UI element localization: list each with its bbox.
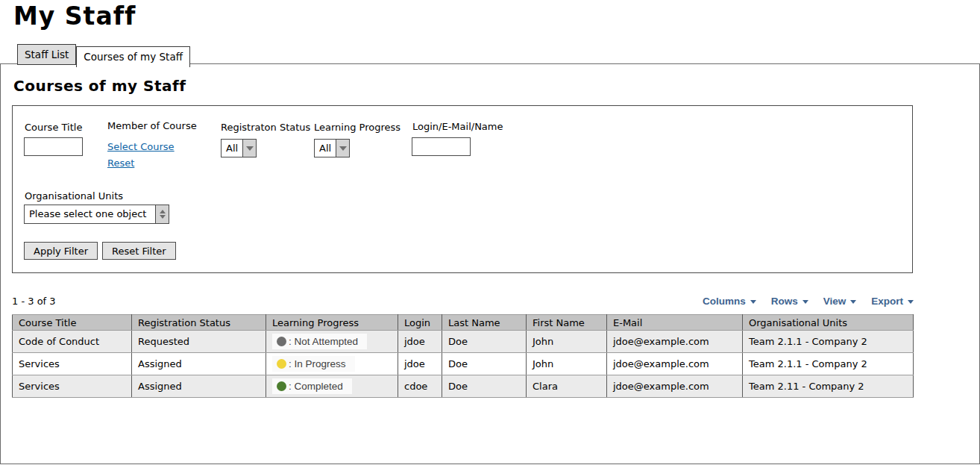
- status-dot-icon: [277, 381, 286, 391]
- dropdown-arrow-icon: [336, 140, 349, 157]
- learning-progress-label: Learning Progress: [314, 122, 401, 133]
- chevron-down-icon: [802, 300, 808, 304]
- cell-last-name: Doe: [442, 331, 527, 353]
- cell-email: jdoe@example.com: [607, 331, 743, 353]
- status-badge: : Completed: [272, 378, 352, 394]
- header-organisational-units: Organisational Units: [743, 315, 914, 331]
- status-badge: : Not Attempted: [272, 334, 367, 349]
- tab-bar: Staff List Courses of my Staff: [17, 44, 190, 65]
- rows-menu[interactable]: Rows: [771, 296, 808, 307]
- section-heading: Courses of my Staff: [13, 77, 186, 95]
- organisational-units-value: Please select one object: [25, 205, 155, 223]
- columns-menu[interactable]: Columns: [703, 296, 756, 307]
- header-course-title: Course Title: [13, 315, 132, 331]
- results-bar: 1 - 3 of 3 Columns Rows View Export: [12, 296, 914, 307]
- organisational-units-select[interactable]: Please select one object: [24, 205, 169, 224]
- cell-registration-status: Requested: [132, 331, 266, 353]
- cell-learning-progress: : Not Attempted: [266, 331, 398, 353]
- tab-courses-of-my-staff[interactable]: Courses of my Staff: [76, 46, 190, 67]
- header-last-name: Last Name: [442, 315, 527, 331]
- login-email-name-input[interactable]: [412, 137, 471, 156]
- cell-registration-status: Assigned: [132, 375, 266, 398]
- cell-email: jdoe@example.com: [607, 375, 743, 398]
- registration-status-value: All: [222, 140, 242, 157]
- dropdown-arrow-icon: [242, 140, 256, 157]
- courses-table: Course Title Registration Status Learnin…: [12, 314, 914, 398]
- cell-course-title: Services: [13, 375, 132, 398]
- header-email: E-Mail: [607, 315, 743, 331]
- cell-org-units: Team 2.1.1 - Company 2: [743, 353, 914, 375]
- page-title: My Staff: [13, 1, 136, 31]
- header-registration-status: Registration Status: [132, 315, 266, 331]
- table-header-row: Course Title Registration Status Learnin…: [13, 315, 914, 331]
- spinner-arrows-icon: [155, 205, 169, 223]
- cell-org-units: Team 2.1.1 - Company 2: [743, 331, 914, 353]
- cell-course-title: Code of Conduct: [13, 331, 132, 353]
- header-first-name: First Name: [527, 315, 607, 331]
- table-toolbar: Columns Rows View Export: [703, 296, 914, 307]
- login-email-name-label: Login/E-Mail/Name: [412, 121, 503, 132]
- chevron-down-icon: [908, 300, 914, 304]
- cell-learning-progress: : In Progress: [266, 353, 398, 375]
- header-learning-progress: Learning Progress: [266, 315, 398, 331]
- tab-content-panel: Courses of my Staff Course Title Member …: [0, 63, 980, 464]
- cell-last-name: Doe: [442, 353, 527, 375]
- export-menu[interactable]: Export: [871, 296, 914, 307]
- cell-learning-progress: : Completed: [266, 375, 398, 398]
- cell-first-name: John: [527, 331, 607, 353]
- cell-course-title: Services: [13, 353, 132, 375]
- results-count: 1 - 3 of 3: [12, 296, 56, 307]
- cell-email: jdoe@example.com: [607, 353, 743, 375]
- cell-login: jdoe: [398, 353, 442, 375]
- status-label: : In Progress: [289, 358, 346, 369]
- learning-progress-value: All: [315, 140, 336, 157]
- member-of-course-label: Member of Course: [107, 120, 197, 131]
- course-title-input[interactable]: [24, 137, 83, 156]
- tab-staff-list[interactable]: Staff List: [17, 44, 76, 65]
- reset-filter-button[interactable]: Reset Filter: [102, 242, 176, 260]
- status-label: : Completed: [289, 381, 343, 392]
- status-badge: : In Progress: [272, 356, 355, 372]
- status-dot-icon: [277, 337, 286, 346]
- cell-last-name: Doe: [442, 375, 527, 398]
- select-course-link[interactable]: Select Course: [107, 141, 175, 152]
- cell-login: cdoe: [398, 375, 442, 398]
- table-row: Code of Conduct Requested : Not Attempte…: [13, 331, 914, 353]
- filter-panel: Course Title Member of Course Select Cou…: [12, 105, 913, 273]
- view-menu[interactable]: View: [823, 296, 857, 307]
- chevron-down-icon: [850, 300, 856, 304]
- status-dot-icon: [277, 359, 286, 369]
- header-login: Login: [398, 315, 442, 331]
- organisational-units-label: Organisational Units: [25, 190, 123, 202]
- reset-course-link[interactable]: Reset: [107, 157, 134, 169]
- table-row: Services Assigned : Completed cdoe Doe C…: [13, 375, 914, 398]
- registration-status-dropdown[interactable]: All: [221, 139, 257, 157]
- cell-first-name: Clara: [527, 375, 607, 398]
- cell-registration-status: Assigned: [132, 353, 266, 375]
- course-title-label: Course Title: [25, 122, 82, 133]
- learning-progress-dropdown[interactable]: All: [314, 139, 350, 157]
- cell-first-name: John: [527, 353, 607, 375]
- table-row: Services Assigned : In Progress jdoe Doe…: [13, 353, 914, 375]
- cell-login: jdoe: [398, 331, 442, 353]
- apply-filter-button[interactable]: Apply Filter: [24, 242, 98, 260]
- status-label: : Not Attempted: [289, 336, 358, 347]
- cell-org-units: Team 2.11 - Company 2: [743, 375, 914, 398]
- chevron-down-icon: [750, 300, 756, 304]
- registration-status-label: Registraton Status: [221, 122, 310, 133]
